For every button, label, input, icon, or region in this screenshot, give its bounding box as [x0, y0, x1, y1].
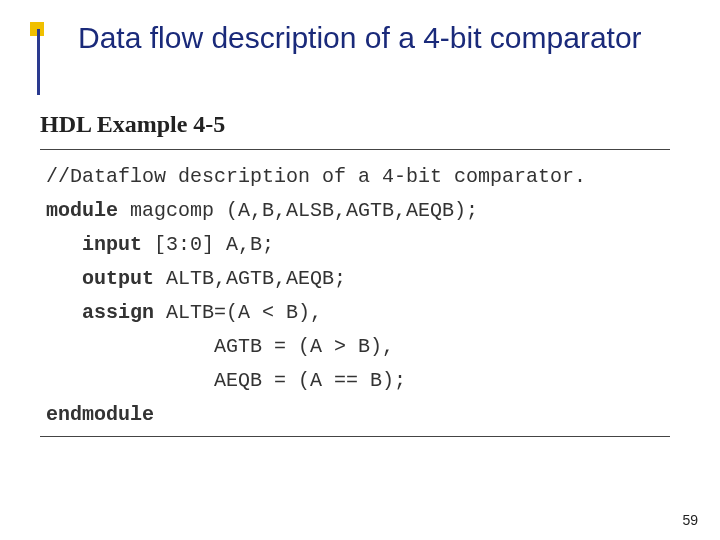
code-line: //Dataflow description of a 4-bit compar… [30, 160, 680, 194]
code-line: module magcomp (A,B,ALSB,AGTB,AEQB); [30, 194, 680, 228]
keyword: module [46, 199, 118, 222]
slide: Data flow description of a 4-bit compara… [0, 0, 720, 540]
keyword: endmodule [46, 403, 154, 426]
keyword: input [82, 233, 142, 256]
code-line: input [3:0] A,B; [30, 228, 680, 262]
code-body: //Dataflow description of a 4-bit compar… [30, 160, 680, 432]
divider-top [40, 149, 670, 150]
blue-bar-icon [37, 29, 40, 95]
code-line: assign ALTB=(A < B), [30, 296, 680, 330]
page-number: 59 [682, 512, 698, 528]
divider-bottom [40, 436, 670, 437]
keyword: assign [82, 301, 154, 324]
example-header: HDL Example 4-5 [40, 104, 680, 145]
code-example: HDL Example 4-5 //Dataflow description o… [30, 104, 690, 437]
code-line: endmodule [30, 398, 680, 432]
code-line: output ALTB,AGTB,AEQB; [30, 262, 680, 296]
code-line: AEQB = (A == B); [30, 364, 680, 398]
code-line: AGTB = (A > B), [30, 330, 680, 364]
title-bullet-icon [30, 22, 48, 92]
title-area: Data flow description of a 4-bit compara… [30, 20, 690, 92]
keyword: output [82, 267, 154, 290]
slide-title: Data flow description of a 4-bit compara… [78, 20, 642, 56]
